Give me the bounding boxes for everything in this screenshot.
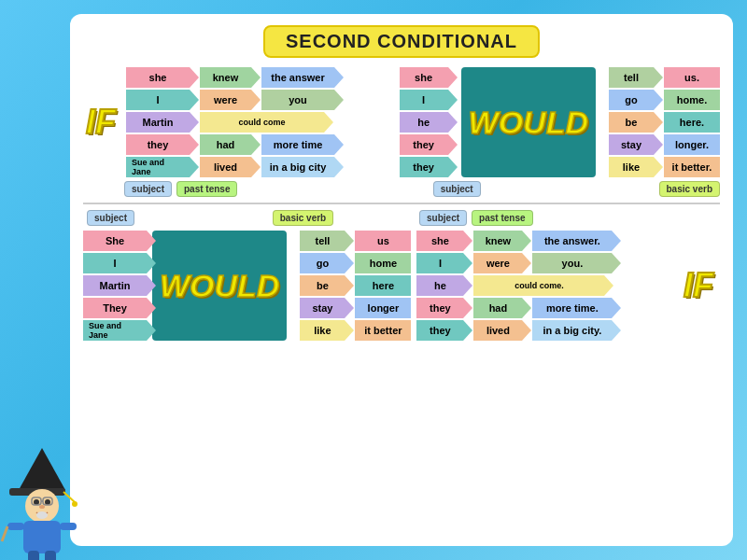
table-row: Sue and Jane lived in a big city	[126, 157, 394, 177]
table-row: Sue and Jane	[83, 320, 147, 341]
subject-cell: they	[416, 320, 463, 341]
past-cell: were	[200, 90, 251, 110]
subject-cell: I	[416, 253, 463, 273]
table-row: like it better.	[609, 157, 720, 177]
verb-cell: like	[300, 320, 345, 341]
past-cell: knew	[200, 67, 251, 88]
phrase-cell: us	[355, 231, 411, 251]
past-cell: had	[200, 134, 251, 155]
table-row: Martin could come	[126, 112, 394, 133]
subject-cell: she	[416, 231, 463, 251]
table-row: they	[400, 157, 458, 177]
table-row: stay longer	[300, 298, 411, 318]
phrase-cell: the answer.	[532, 231, 612, 251]
main-card: SECOND CONDITIONAL IF she knew the answe…	[70, 14, 733, 546]
svg-rect-17	[45, 551, 56, 560]
table-row: I were you.	[416, 253, 673, 273]
phrase-cell: longer.	[664, 134, 720, 155]
bottom-would-block: She I Martin They Sue and Jane WOULD tel…	[83, 231, 411, 341]
basic-verb-label: basic verb	[659, 181, 720, 197]
svg-line-15	[2, 526, 7, 541]
table-row: be here	[300, 275, 411, 296]
if-label-bottom: IF	[681, 266, 716, 305]
table-row: they	[400, 134, 458, 155]
table-row: stay longer.	[609, 134, 720, 155]
phrase-cell: us.	[664, 67, 720, 88]
phrase-cell: in a big city.	[532, 320, 612, 341]
table-row: go home	[300, 253, 411, 273]
table-row: tell us	[300, 231, 411, 251]
table-row: she knew the answer.	[416, 231, 673, 251]
page-title: SECOND CONDITIONAL	[263, 25, 540, 58]
verb-cell: like	[609, 157, 654, 177]
table-row: they had more time.	[416, 298, 673, 318]
subject-cell: she	[126, 67, 190, 88]
past-cell: knew	[473, 231, 522, 251]
table-row: like it better	[300, 320, 411, 341]
subject-label-4: subject	[419, 210, 467, 226]
svg-point-5	[34, 499, 39, 505]
phrase-cell: here.	[664, 112, 720, 133]
verb-cell: be	[300, 275, 345, 296]
verb-cell: tell	[300, 231, 345, 251]
phrase-cell: you	[261, 90, 334, 110]
svg-point-10	[39, 505, 45, 509]
svg-marker-0	[19, 448, 65, 490]
past-cell: lived	[473, 320, 522, 341]
character	[0, 439, 84, 560]
verb-cell: go	[609, 90, 654, 110]
subject-cell: they	[126, 134, 190, 155]
subject-cell: I	[400, 90, 448, 110]
table-row: be here.	[609, 112, 720, 133]
past-tense-label: past tense	[176, 181, 237, 197]
verb-cell: go	[300, 253, 345, 273]
phrase-cell: the answer	[261, 67, 334, 88]
table-row: She	[83, 231, 147, 251]
phrase-cell: here	[355, 275, 411, 296]
if-label-top: IF	[83, 103, 119, 142]
table-row: Martin	[83, 275, 147, 296]
phrase-cell: it better.	[664, 157, 720, 177]
subject-label-3: subject	[87, 210, 134, 226]
would-label-bottom: WOULD	[152, 231, 287, 341]
past-cell: were	[473, 253, 522, 273]
past-cell: lived	[200, 157, 251, 177]
subject-cell: Martin	[126, 112, 190, 133]
svg-rect-14	[60, 523, 77, 530]
verb-cell: be	[609, 112, 654, 133]
verb-cell: stay	[300, 298, 345, 318]
verb-cell: stay	[609, 134, 654, 155]
past-cell: had	[473, 298, 522, 318]
subject-cell: Sue and Jane	[126, 157, 190, 177]
subject-cell: he	[400, 112, 448, 133]
svg-line-2	[63, 492, 75, 502]
phrase-cell: it better	[355, 320, 411, 341]
basic-verb-label-2: basic verb	[273, 210, 333, 226]
subject-label: subject	[124, 181, 172, 197]
subject-cell: he	[416, 275, 463, 296]
subject-cell: she	[400, 67, 448, 88]
past-tense-label-2: past tense	[472, 210, 532, 226]
phrase-cell: in a big city	[261, 157, 334, 177]
top-would-block: she I he they they WOULD	[400, 67, 720, 177]
past-cell: could come.	[473, 275, 604, 296]
phrase-cell: you.	[532, 253, 612, 273]
phrase-cell: longer	[355, 298, 411, 318]
subject-cell: they	[400, 157, 448, 177]
phrase-cell: home	[355, 253, 411, 273]
phrase-cell: more time	[261, 134, 334, 155]
table-row: go home.	[609, 90, 720, 110]
would-label-top: WOULD	[461, 67, 596, 177]
svg-point-6	[45, 499, 50, 505]
subject-cell: they	[416, 298, 463, 318]
table-row: she	[400, 67, 458, 88]
bottom-if-block: she knew the answer. I were you. he coul…	[416, 231, 720, 341]
table-row: he	[400, 112, 458, 133]
table-row: they lived in a big city.	[416, 320, 673, 341]
past-cell: could come	[200, 112, 324, 133]
table-row: tell us.	[609, 67, 720, 88]
table-row: I were you	[126, 90, 394, 110]
table-row: he could come.	[416, 275, 673, 296]
table-row: I	[400, 90, 458, 110]
svg-rect-13	[7, 523, 24, 530]
